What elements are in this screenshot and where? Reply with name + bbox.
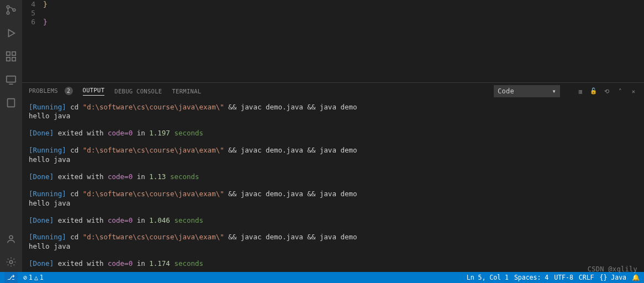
bottom-panel: PROBLEMS 2 OUTPUT DEBUG CONSOLE TERMINAL… [22, 82, 644, 272]
svg-rect-7 [7, 76, 16, 82]
extensions-icon[interactable] [4, 50, 18, 63]
select-value: Code [498, 87, 514, 95]
code-text: } [43, 18, 47, 27]
svg-point-10 [9, 260, 13, 264]
account-icon[interactable] [4, 232, 18, 245]
problems-badge: 2 [65, 87, 73, 95]
lock-icon[interactable]: 🔓 [590, 87, 598, 95]
svg-point-0 [7, 6, 9, 8]
svg-point-1 [7, 12, 9, 14]
tab-terminal[interactable]: TERMINAL [172, 88, 201, 95]
close-icon[interactable]: ✕ [630, 87, 637, 95]
settings-gear-icon[interactable] [4, 255, 18, 269]
sidebar-extra-icon[interactable] [4, 96, 18, 109]
panel-tab-bar: PROBLEMS 2 OUTPUT DEBUG CONSOLE TERMINAL… [22, 83, 644, 99]
warn-count: 1 [40, 274, 44, 281]
remote-icon[interactable] [4, 73, 18, 86]
status-remote[interactable]: ⎇ [4, 272, 18, 283]
status-lncol[interactable]: Ln 5, Col 1 [467, 274, 509, 281]
chevron-down-icon: ▾ [552, 87, 556, 95]
clear-icon[interactable]: ⟲ [603, 87, 611, 95]
svg-point-9 [9, 235, 13, 239]
tab-debug-console[interactable]: DEBUG CONSOLE [114, 88, 162, 95]
svg-rect-6 [12, 57, 15, 61]
tab-output[interactable]: OUTPUT [83, 87, 105, 96]
status-bell-icon[interactable]: 🔔 [632, 274, 640, 281]
status-errors[interactable]: ⊘ 1 △ 1 [23, 274, 44, 281]
error-icon: ⊘ [23, 274, 27, 281]
collapse-icon[interactable]: ˄ [616, 87, 624, 95]
status-bar: ⎇ ⊘ 1 △ 1 Ln 5, Col 1 Spaces: 4 UTF-8 CR… [0, 272, 644, 283]
status-eol[interactable]: CRLF [579, 274, 594, 281]
status-lang[interactable]: {} Java [600, 274, 626, 281]
output-content[interactable]: [Running] cd "d:\software\cs\course\java… [22, 99, 644, 272]
source-control-icon[interactable] [4, 3, 18, 17]
error-count: 1 [29, 274, 33, 281]
svg-rect-5 [12, 52, 15, 55]
tab-label: PROBLEMS [29, 87, 58, 94]
code-editor[interactable]: 4} 5 6} [22, 0, 644, 82]
svg-rect-3 [7, 52, 10, 55]
split-icon[interactable]: ▥ [577, 87, 584, 95]
tab-problems[interactable]: PROBLEMS 2 [29, 87, 73, 95]
line-number: 5 [22, 9, 43, 18]
warn-icon: △ [34, 274, 38, 281]
code-text: } [43, 0, 47, 9]
run-debug-icon[interactable] [4, 27, 18, 40]
output-channel-select[interactable]: Code ▾ [494, 85, 560, 97]
svg-rect-8 [8, 99, 15, 107]
line-number: 4 [22, 0, 43, 9]
activity-bar [0, 0, 22, 272]
status-encoding[interactable]: UTF-8 [554, 274, 573, 281]
line-number: 6 [22, 18, 43, 27]
svg-point-2 [13, 9, 15, 12]
svg-rect-4 [7, 57, 10, 61]
status-spaces[interactable]: Spaces: 4 [514, 274, 548, 281]
